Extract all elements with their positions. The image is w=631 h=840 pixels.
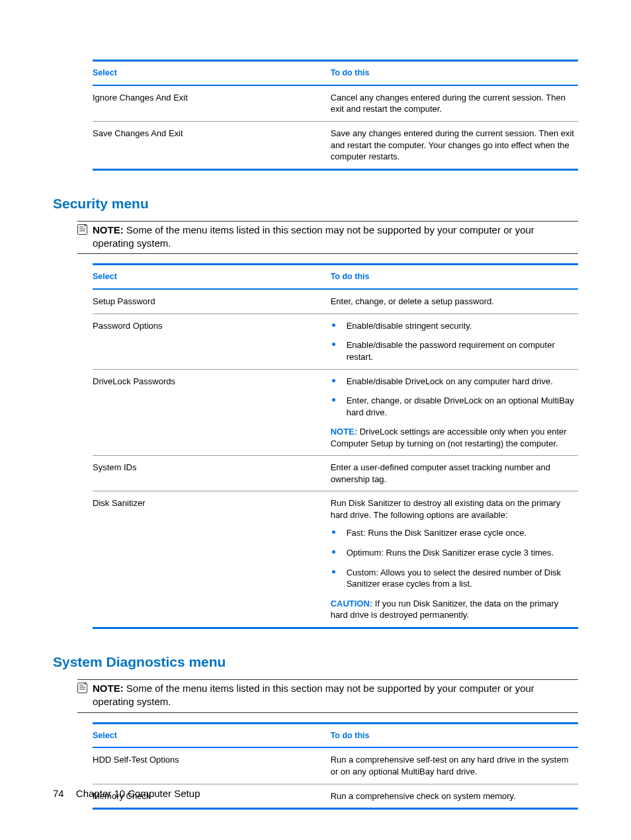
- cell-todo: Run a comprehensive self-test on any har…: [331, 747, 578, 784]
- heading-diagnostics: System Diagnostics menu: [53, 653, 578, 671]
- table-header-todo: To do this: [331, 61, 578, 85]
- cell-todo: Enable/disable stringent security. Enabl…: [331, 314, 578, 369]
- table-row: Setup Password Enter, change, or delete …: [93, 289, 578, 314]
- inline-caution-label: CAUTION:: [331, 599, 373, 609]
- note-label: NOTE:: [93, 224, 124, 235]
- exit-menu-table: Select To do this Ignore Changes And Exi…: [93, 60, 578, 171]
- security-menu-table: Select To do this Setup Password Enter, …: [93, 263, 578, 628]
- cell-select: Setup Password: [93, 289, 331, 314]
- bullet-list: Enable/disable DriveLock on any computer…: [331, 376, 574, 419]
- intro-text: Run Disk Sanitizer to destroy all existi…: [331, 497, 574, 521]
- cell-select: Password Options: [93, 314, 331, 369]
- cell-select: Disk Sanitizer: [93, 491, 331, 628]
- note-text: NOTE: Some of the menu items listed in t…: [93, 682, 578, 709]
- table-header-todo: To do this: [331, 723, 578, 747]
- bullet-list: Enable/disable stringent security. Enabl…: [331, 320, 574, 363]
- table-row: System IDs Enter a user-defined computer…: [93, 456, 578, 491]
- heading-security: Security menu: [53, 194, 578, 213]
- note-body: Some of the menu items listed in this se…: [93, 224, 534, 249]
- cell-todo: Cancel any changes entered during the cu…: [331, 85, 578, 122]
- cell-todo: Run a comprehensive check on system memo…: [331, 784, 578, 809]
- table-row: HDD Self-Test Options Run a comprehensiv…: [93, 747, 578, 784]
- inline-note: NOTE: DriveLock settings are accessible …: [331, 426, 574, 449]
- note-icon: [77, 224, 87, 238]
- note-label: NOTE:: [93, 683, 124, 694]
- cell-todo: Run Disk Sanitizer to destroy all existi…: [331, 491, 578, 628]
- page-footer: 74 Chapter 10 Computer Setup: [53, 787, 200, 800]
- note-text: NOTE: Some of the menu items listed in t…: [93, 224, 578, 251]
- note-block: NOTE: Some of the menu items listed in t…: [77, 221, 578, 255]
- list-item: Fast: Runs the Disk Sanitizer erase cycl…: [331, 527, 574, 539]
- cell-todo: Enable/disable DriveLock on any computer…: [331, 369, 578, 456]
- table-row: Save Changes And Exit Save any changes e…: [93, 121, 578, 169]
- list-item: Enable/disable the password requirement …: [331, 339, 574, 362]
- cell-select: Save Changes And Exit: [93, 121, 331, 169]
- table-header-select: Select: [93, 723, 331, 747]
- table-row: Ignore Changes And Exit Cancel any chang…: [93, 85, 578, 122]
- list-item: Enable/disable DriveLock on any computer…: [331, 376, 574, 388]
- list-item: Optimum: Runs the Disk Sanitizer erase c…: [331, 547, 574, 559]
- note-icon: [77, 683, 87, 696]
- note-body: Some of the menu items listed in this se…: [93, 683, 534, 707]
- bullet-list: Fast: Runs the Disk Sanitizer erase cycl…: [331, 527, 574, 589]
- cell-todo: Enter a user-defined computer asset trac…: [331, 456, 578, 491]
- cell-select: DriveLock Passwords: [93, 369, 331, 456]
- inline-note-text: DriveLock settings are accessible only w…: [331, 427, 567, 448]
- table-header-todo: To do this: [331, 265, 578, 289]
- table-header-select: Select: [93, 61, 331, 85]
- inline-caution: CAUTION: If you run Disk Sanitizer, the …: [331, 598, 574, 621]
- list-item: Enable/disable stringent security.: [331, 320, 574, 332]
- cell-select: HDD Self-Test Options: [93, 747, 331, 784]
- page-content: Select To do this Ignore Changes And Exi…: [93, 60, 578, 810]
- cell-select: Ignore Changes And Exit: [93, 85, 331, 122]
- note-block: NOTE: Some of the menu items listed in t…: [77, 679, 578, 713]
- list-item: Enter, change, or disable DriveLock on a…: [331, 395, 574, 418]
- table-row: DriveLock Passwords Enable/disable Drive…: [93, 369, 578, 456]
- chapter-label: Chapter 10 Computer Setup: [76, 788, 200, 799]
- table-header-select: Select: [93, 265, 331, 289]
- list-item: Custom: Allows you to select the desired…: [331, 567, 574, 590]
- table-row: Password Options Enable/disable stringen…: [93, 314, 578, 369]
- page-number: 74: [53, 788, 64, 799]
- cell-todo: Enter, change, or delete a setup passwor…: [331, 289, 578, 314]
- inline-note-label: NOTE:: [331, 427, 357, 437]
- cell-select: System IDs: [93, 456, 331, 491]
- table-row: Disk Sanitizer Run Disk Sanitizer to des…: [93, 491, 578, 628]
- document-page: Select To do this Ignore Changes And Exi…: [0, 0, 631, 840]
- cell-todo: Save any changes entered during the curr…: [331, 121, 578, 169]
